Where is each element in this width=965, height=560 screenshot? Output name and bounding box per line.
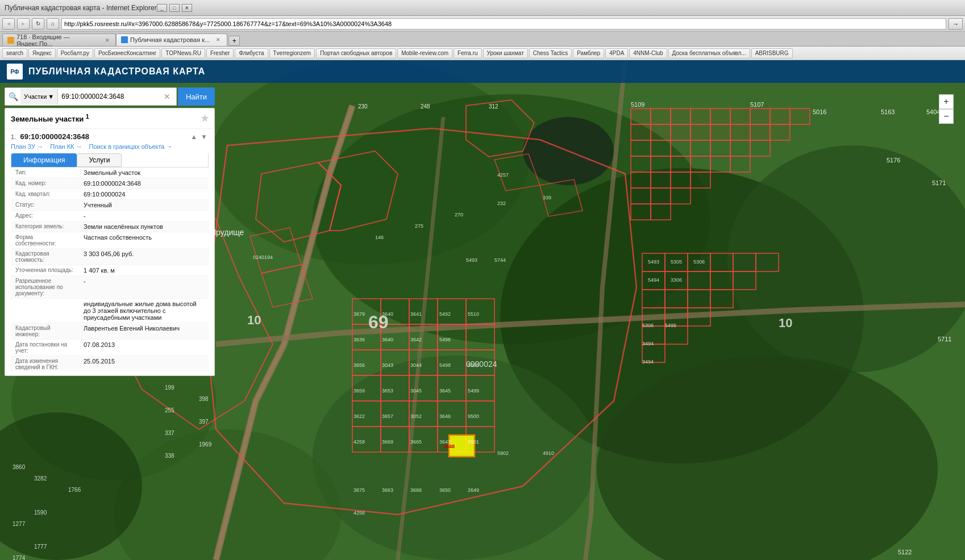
svg-text:312: 312: [489, 103, 498, 110]
svg-text:255: 255: [165, 407, 174, 413]
table-row: Кад. номер: 69:10:0000024:3648: [11, 178, 209, 189]
favorite-button[interactable]: ★: [201, 113, 209, 124]
result-item: 1. 69:10:0000024:3648 ▲ ▼ План ЗУ → План…: [5, 129, 214, 375]
search-input[interactable]: [61, 89, 161, 105]
link-plan-zu[interactable]: План ЗУ →: [11, 143, 43, 150]
svg-text:5495: 5495: [665, 323, 676, 328]
minimize-button[interactable]: _: [157, 4, 167, 12]
tab-services[interactable]: Услуги: [77, 153, 122, 167]
svg-text:3306: 3306: [671, 277, 682, 283]
forward-button[interactable]: ►: [17, 18, 30, 30]
field-val-kadn[interactable]: 69:10:0000024:3648: [79, 178, 209, 189]
tab-favicon-mail: [7, 37, 14, 44]
table-row: Категория земель: Земли населённых пункт…: [11, 222, 209, 232]
tab-close-mail[interactable]: ✕: [103, 36, 111, 44]
back-button[interactable]: ◄: [2, 18, 15, 30]
tab-mail[interactable]: 718 · Входящие — Яндекс.По... ✕: [2, 34, 116, 46]
bookmark-search[interactable]: search: [2, 48, 27, 58]
bookmark-fresher[interactable]: Fresher: [206, 48, 234, 58]
svg-text:3043: 3043: [382, 362, 393, 368]
svg-text:1774: 1774: [13, 555, 26, 560]
field-val-kadkv[interactable]: 69:10:0000024: [79, 189, 209, 200]
svg-text:3044: 3044: [410, 362, 422, 368]
field-val-status: Учтенный: [79, 200, 209, 211]
result-nav-down[interactable]: ▼: [199, 133, 209, 141]
results-title: Земельные участки 1: [11, 113, 89, 123]
svg-rect-19: [790, 108, 810, 124]
bookmark-yandex[interactable]: Яндекс: [28, 48, 56, 58]
svg-text:3648: 3648: [443, 444, 455, 449]
bookmark-chess-lessons[interactable]: Уроки шахмат: [483, 48, 528, 58]
link-plan-kk[interactable]: План КК →: [50, 143, 82, 150]
result-id: 69:10:0000024:3648: [20, 132, 89, 141]
zoom-out-button[interactable]: −: [939, 109, 954, 124]
svg-text:4258: 4258: [353, 439, 365, 445]
svg-text:3659: 3659: [353, 388, 365, 394]
field-key-type: Тип:: [11, 168, 79, 178]
bookmark-chess-tactics[interactable]: Chess Tactics: [529, 48, 572, 58]
search-icon: 🔍: [9, 92, 18, 101]
bookmark-tverregionzem[interactable]: Tverregionzem: [269, 48, 315, 58]
search-button[interactable]: Найти: [178, 87, 215, 106]
zoom-in-button[interactable]: +: [939, 94, 954, 109]
field-key-status: Статус:: [11, 200, 79, 211]
bookmark-ads[interactable]: Доска бесплатных объявл...: [668, 48, 750, 58]
bookmark-rambler[interactable]: Рамблер: [573, 48, 604, 58]
bookmark-topnews[interactable]: TOPNews.RU: [161, 48, 205, 58]
refresh-button[interactable]: ↻: [32, 18, 44, 30]
field-key-regdate: Дата постановки на учет:: [11, 340, 79, 356]
bookmark-ferra[interactable]: Ferra.ru: [454, 48, 482, 58]
link-search-in-boundary[interactable]: Поиск в границах объекта →: [89, 143, 173, 150]
search-clear-button[interactable]: ✕: [161, 92, 173, 101]
result-nav-up[interactable]: ▲: [189, 133, 198, 141]
svg-text:3665: 3665: [410, 439, 422, 445]
bookmark-4pda[interactable]: 4PDA: [605, 48, 628, 58]
new-tab-button[interactable]: +: [228, 36, 240, 46]
svg-text:5404: 5404: [926, 108, 940, 115]
result-tab-bar: Информация Услуги: [11, 153, 209, 167]
table-row: Статус: Учтенный: [11, 200, 209, 211]
bookmark-fresher-label: Fresher: [210, 50, 230, 56]
svg-rect-13: [671, 108, 691, 124]
close-button[interactable]: ✕: [182, 4, 192, 12]
svg-text:9500: 9500: [468, 413, 479, 419]
dropdown-arrow-icon: ▼: [48, 93, 54, 100]
table-row: Разрешенное использование по документу: …: [11, 276, 209, 299]
bookmark-tverregionzem-label: Tverregionzem: [273, 50, 311, 56]
bookmark-flibusta[interactable]: Флибуста: [235, 48, 268, 58]
field-val-address: -: [79, 211, 209, 222]
svg-text:338: 338: [165, 453, 174, 459]
bookmark-mobile[interactable]: Mobile-review.com: [397, 48, 452, 58]
bookmark-rosbalt-label: Росбалт.ру: [61, 50, 89, 56]
results-count: 1: [86, 113, 89, 120]
tab-close-cadastral[interactable]: ✕: [214, 36, 222, 44]
table-row: Форма собственности: Частная собственнос…: [11, 232, 209, 249]
svg-text:270: 270: [455, 212, 463, 218]
home-button[interactable]: ⌂: [47, 18, 59, 30]
svg-text:5902: 5902: [497, 450, 509, 456]
bookmark-rbc[interactable]: РосБизнесКонсалтинг: [94, 48, 160, 58]
field-val-permitted: -: [79, 276, 209, 299]
bookmark-flibusta-label: Флибуста: [239, 50, 264, 56]
bookmark-abrisburg[interactable]: ABRISBURG: [751, 48, 793, 58]
bookmark-portal[interactable]: Портал свободных авторов: [316, 48, 396, 58]
bookmark-nnm[interactable]: 4NNM-Club: [629, 48, 667, 58]
svg-text:3669: 3669: [382, 439, 393, 445]
tab-info[interactable]: Информация: [11, 153, 77, 167]
svg-text:3666: 3666: [410, 487, 422, 493]
svg-text:5163: 5163: [881, 108, 895, 115]
tab-cadastral[interactable]: Публичная кадастровая к... ✕: [116, 34, 227, 46]
go-button[interactable]: →: [949, 18, 963, 30]
bookmark-rosbalt[interactable]: Росбалт.ру: [57, 48, 93, 58]
svg-text:5122: 5122: [898, 549, 912, 555]
svg-text:5499: 5499: [468, 388, 479, 394]
field-key-engineer: Кадастровый инженер:: [11, 323, 79, 340]
address-bar[interactable]: [61, 18, 946, 30]
search-type-dropdown[interactable]: Участки ▼: [20, 89, 58, 105]
svg-rect-12: [651, 108, 671, 124]
svg-rect-22: [671, 124, 691, 140]
svg-text:3642: 3642: [410, 337, 422, 342]
tab-label-mail: 718 · Входящие — Яндекс.По...: [16, 34, 99, 46]
maximize-button[interactable]: □: [169, 4, 180, 12]
svg-text:3494: 3494: [642, 359, 654, 365]
